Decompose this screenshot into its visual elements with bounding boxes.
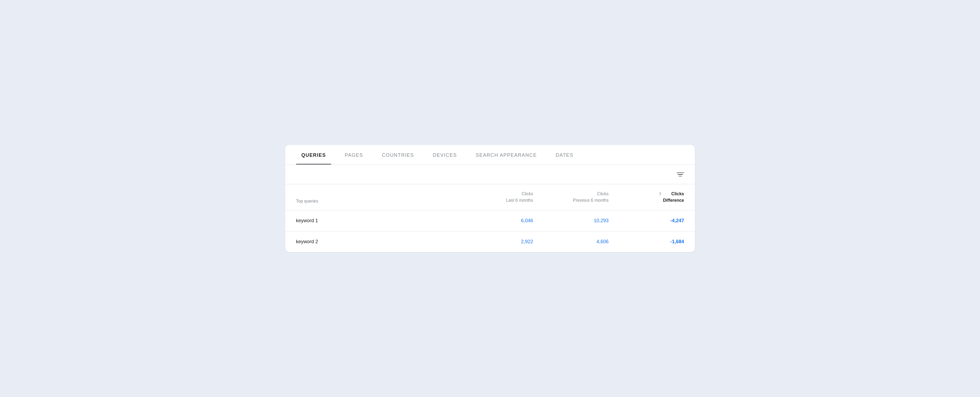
table-row-label-header: Top queries [296, 199, 458, 203]
column-header-clicks-prev-line1: Clicks [533, 191, 609, 197]
row-2-clicks-prev: 4,606 [533, 239, 609, 245]
column-header-clicks-diff-text: Clicks Difference [663, 191, 684, 203]
column-header-clicks-prev-line2: Previous 6 months [533, 197, 609, 203]
main-card: QUERIES PAGES COUNTRIES DEVICES SEARCH A… [285, 145, 695, 252]
row-1-clicks-diff: -4,247 [609, 218, 684, 224]
tab-dates[interactable]: DATES [550, 145, 579, 165]
data-table: Top queries Clicks Last 6 months Clicks … [285, 184, 695, 252]
row-2-label: keyword 2 [296, 239, 458, 245]
table-header: Top queries Clicks Last 6 months Clicks … [285, 184, 695, 210]
row-1-label: keyword 1 [296, 218, 458, 224]
filter-line-2 [678, 174, 683, 175]
column-header-clicks-last-line1: Clicks [458, 191, 533, 197]
table-row: keyword 1 6,046 10,293 -4,247 [285, 210, 695, 231]
column-header-clicks-diff-inner: ↑ Clicks Difference [609, 191, 684, 203]
filter-line-1 [676, 172, 684, 173]
tab-search-appearance[interactable]: SEARCH APPEARANCE [470, 145, 542, 165]
tab-queries[interactable]: QUERIES [296, 145, 331, 165]
tab-pages[interactable]: PAGES [339, 145, 368, 165]
row-2-clicks-diff: -1,684 [609, 239, 684, 245]
row-2-clicks-last: 2,922 [458, 239, 533, 245]
tab-countries[interactable]: COUNTRIES [377, 145, 419, 165]
column-header-clicks-prev[interactable]: Clicks Previous 6 months [533, 191, 609, 203]
row-1-clicks-last: 6,046 [458, 218, 533, 224]
column-header-clicks-last[interactable]: Clicks Last 6 months [458, 191, 533, 203]
filter-line-3 [679, 176, 682, 177]
filter-button[interactable] [676, 172, 684, 177]
filter-bar [285, 165, 695, 184]
table-row: keyword 2 2,922 4,606 -1,684 [285, 231, 695, 252]
column-header-clicks-last-line2: Last 6 months [458, 197, 533, 203]
sort-arrow-icon: ↑ [659, 191, 662, 196]
row-1-clicks-prev: 10,293 [533, 218, 609, 224]
column-header-clicks-diff[interactable]: ↑ Clicks Difference [609, 191, 684, 203]
column-header-clicks-diff-line1: Clicks [663, 191, 684, 197]
tab-devices[interactable]: DEVICES [428, 145, 462, 165]
tabs-bar: QUERIES PAGES COUNTRIES DEVICES SEARCH A… [285, 145, 695, 165]
column-header-clicks-diff-line2: Difference [663, 197, 684, 203]
